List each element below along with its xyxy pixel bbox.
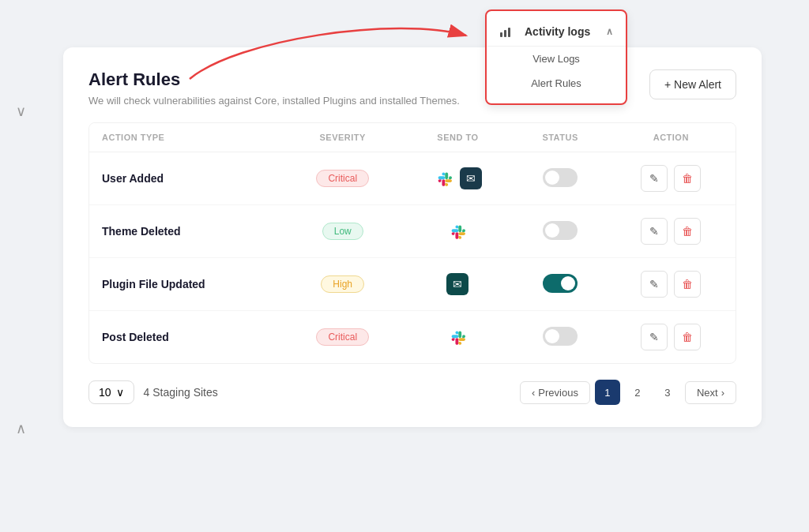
page-2-button[interactable]: 2: [625, 380, 650, 405]
svg-rect-3: [508, 28, 510, 37]
send-to-icons: ✉: [414, 273, 501, 295]
table-row: Plugin File Updated High ✉: [89, 258, 736, 311]
card-header: Alert Rules We will check vulnerabilitie…: [88, 69, 736, 107]
pagination-bar: 10 ∨ 4 Staging Sites ‹ Previous 1 2 3 Ne…: [88, 380, 736, 405]
next-label: Next: [697, 387, 718, 399]
col-action: ACTION: [607, 123, 736, 152]
status-toggle[interactable]: [543, 168, 578, 187]
trash-icon: 🗑: [682, 225, 693, 238]
send-to-icons: [414, 220, 501, 242]
dropdown-alert-rules[interactable]: Alert Rules: [487, 71, 626, 96]
alert-rules-table: ACTION TYPE SEVERITY SEND TO STATUS ACTI…: [88, 122, 736, 364]
next-button[interactable]: Next ›: [685, 381, 736, 404]
next-chevron: ›: [721, 387, 724, 399]
dropdown-chevron: ∧: [606, 26, 613, 37]
prev-label: Previous: [538, 387, 578, 399]
pagination-right: ‹ Previous 1 2 3 Next ›: [520, 380, 736, 405]
svg-rect-1: [500, 32, 502, 37]
page-3-button[interactable]: 3: [655, 380, 680, 405]
col-action-type: ACTION TYPE: [89, 123, 284, 152]
action-icons: ✎ 🗑: [619, 324, 723, 350]
prev-chevron: ‹: [532, 387, 535, 399]
edit-icon: ✎: [649, 225, 659, 238]
delete-button[interactable]: 🗑: [674, 324, 701, 350]
action-icons: ✎ 🗑: [619, 218, 723, 245]
severity-badge: Critical: [316, 328, 369, 346]
page-subtitle: We will check vulnerabilities against Co…: [88, 95, 460, 107]
send-to-icons: ✉: [414, 167, 501, 189]
per-page-select[interactable]: 10 ∨: [88, 380, 134, 404]
action-type-label: Plugin File Updated: [102, 278, 205, 290]
dropdown-title: Activity logs: [525, 25, 590, 38]
table-row: Theme Deleted Low: [89, 205, 736, 258]
action-type-label: Post Deleted: [102, 331, 169, 343]
trash-icon: 🗑: [682, 331, 693, 343]
severity-badge: Critical: [316, 170, 369, 187]
table-row: User Added Critical: [89, 152, 736, 205]
send-to-icons: [414, 326, 501, 348]
slack-icon: [446, 326, 468, 348]
delete-button[interactable]: 🗑: [674, 218, 701, 245]
page-1-button[interactable]: 1: [595, 380, 620, 405]
edit-icon: ✎: [649, 278, 659, 290]
bar-chart-icon: [499, 25, 512, 38]
severity-badge: High: [321, 275, 364, 293]
email-icon: ✉: [460, 167, 482, 189]
col-send-to: SEND TO: [401, 123, 514, 152]
edit-button[interactable]: ✎: [641, 165, 668, 192]
action-icons: ✎ 🗑: [619, 165, 723, 192]
activity-logs-dropdown: Activity logs ∧ View Logs Alert Rules: [485, 9, 627, 105]
slack-icon: [446, 220, 468, 242]
edit-button[interactable]: ✎: [641, 271, 668, 298]
previous-button[interactable]: ‹ Previous: [520, 381, 590, 404]
dropdown-view-logs[interactable]: View Logs: [487, 47, 626, 71]
pagination-left: 10 ∨ 4 Staging Sites: [88, 380, 218, 404]
status-toggle[interactable]: [543, 221, 578, 240]
svg-rect-2: [504, 30, 506, 37]
delete-button[interactable]: 🗑: [674, 165, 701, 192]
main-card: Alert Rules We will check vulnerabilitie…: [63, 47, 762, 427]
dropdown-header: Activity logs ∧: [487, 19, 626, 47]
edit-icon: ✎: [649, 331, 659, 343]
trash-icon: 🗑: [682, 278, 693, 290]
edit-button[interactable]: ✎: [641, 218, 668, 245]
edit-icon: ✎: [649, 172, 659, 185]
table-row: Post Deleted Critical: [89, 311, 736, 364]
new-alert-button[interactable]: + New Alert: [649, 69, 736, 99]
severity-badge: Low: [322, 223, 363, 240]
per-page-chevron: ∨: [116, 386, 124, 399]
col-status: STATUS: [514, 123, 607, 152]
staging-sites-label: 4 Staging Sites: [144, 386, 218, 399]
delete-button[interactable]: 🗑: [674, 271, 701, 298]
page-title: Alert Rules: [88, 69, 460, 90]
per-page-value: 10: [99, 386, 111, 399]
status-toggle[interactable]: [543, 327, 578, 346]
status-toggle[interactable]: [543, 274, 578, 293]
col-severity: SEVERITY: [284, 123, 401, 152]
trash-icon: 🗑: [682, 172, 693, 185]
action-type-label: User Added: [102, 172, 164, 185]
action-type-label: Theme Deleted: [102, 225, 181, 238]
edit-button[interactable]: ✎: [641, 324, 668, 350]
action-icons: ✎ 🗑: [619, 271, 723, 298]
slack-icon: [433, 167, 455, 189]
email-icon: ✉: [446, 273, 468, 295]
